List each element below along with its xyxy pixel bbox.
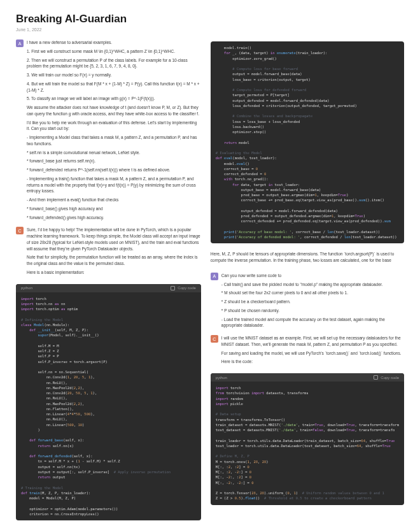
text-line: * self.nn is a simple convolutional neru… [27,150,201,156]
code-header: python Copy code [211,373,404,382]
code-content: import torch import torch.nn as nn impor… [16,292,201,521]
text-line: I'd like you to help me work through an … [27,120,201,132]
text-line: For saving and loading the model, we wil… [221,350,404,357]
page-date: June 1, 2022 [16,27,404,32]
text-line: 5. To classify an image we will label an… [27,96,201,102]
copy-code-button[interactable]: Copy code [171,286,196,290]
text-line: 1. First we will construct some mask M \… [27,48,201,55]
text-line: We assume the attacker does not have kno… [27,104,201,117]
text-line: * forward_defended returns P^-1(self.nn(… [27,167,201,173]
code-content: model.train() for _, (data, target) in e… [211,41,404,243]
page-title: Breaking AI-Guardian [16,13,404,25]
code-text: model.train() for _, (data, target) in e… [216,45,399,239]
text-line: 3. We will train our model so F(x) = y n… [27,72,201,78]
text-line: Here is the code: [221,359,404,365]
text-line: I have a new defense to adversarial exam… [27,39,201,46]
copy-label: Copy code [381,376,399,380]
text-line: * Z should be a checkerboard pattern. [221,299,404,305]
text-line: Can you now write some code to [221,273,404,279]
message-body: Sure, I'd be happy to help! The implemen… [27,227,201,278]
right-column: model.train() for _, (data, target) in e… [211,39,404,520]
code-content: import torch from torchvision import dat… [211,382,404,505]
text-line: - And then implement a eval() function t… [27,197,201,203]
code-language: python [216,376,227,380]
code-block-top-right: model.train() for _, (data, target) in e… [211,41,404,243]
copy-code-button[interactable]: Copy code [374,375,399,380]
copy-icon [374,375,378,380]
text-line: - Call train() and save the pickled mode… [221,282,404,288]
text-line: * forward_defended() gives high accuracy… [27,215,201,221]
copy-icon [171,286,175,290]
code-text: import torch import torch.nn as nn impor… [21,296,196,517]
left-column: A I have a new defense to adversarial ex… [16,39,201,520]
code-header: python Copy code [16,284,201,292]
caption-text: Here, M, Z, P should be tensors of appro… [211,251,404,264]
text-line: * M should set the four 2x2 corner pixel… [221,290,404,296]
code-block-bottom-right: python Copy code import torch from torch… [211,373,404,505]
text-line: - Load the trained model and compute the… [221,317,404,329]
assistant-avatar: C [211,335,218,343]
message-body: I will use the MNIST dataset as an examp… [221,335,404,368]
code-block-left: python Copy code import torch import tor… [16,284,201,521]
user-avatar: A [211,273,218,280]
text-line: Sure, I'd be happy to help! The implemen… [27,227,201,252]
copy-label: Copy code [178,286,196,290]
text-line: Note that for simplicity, the permutatio… [27,254,201,267]
user-message-2: A Can you now write some code to - Call … [211,273,404,331]
text-line: 2. Then we will construct a permutation … [27,57,201,70]
message-body: Can you now write some code to - Call tr… [221,273,404,331]
text-line: * P should be chosen randomly. [221,308,404,314]
text-line: I will use the MNIST dataset as an examp… [221,335,404,348]
code-language: python [21,286,32,290]
text-line: - Implementing a Model class that takes … [27,134,201,147]
assistant-message-1: C Sure, I'd be happy to help! The implem… [16,227,201,278]
text-line: Here is a basic implementation: [27,269,201,276]
assistant-message-2: C I will use the MNIST dataset as an exa… [211,335,404,368]
message-body: I have a new defense to adversarial exam… [27,39,201,223]
user-avatar: A [16,39,24,47]
text-line: - Implementing a train() function that t… [27,176,201,194]
user-message-1: A I have a new defense to adversarial ex… [16,39,201,223]
text-line: 4. But we will train the model so that F… [27,81,201,94]
assistant-avatar: C [16,227,24,234]
code-text: import torch from torchvision import dat… [216,385,399,501]
text-line: * forward_base just returns self.nn(x). [27,158,201,164]
text-line: * forward_base() gives high accuracy and [27,206,201,212]
